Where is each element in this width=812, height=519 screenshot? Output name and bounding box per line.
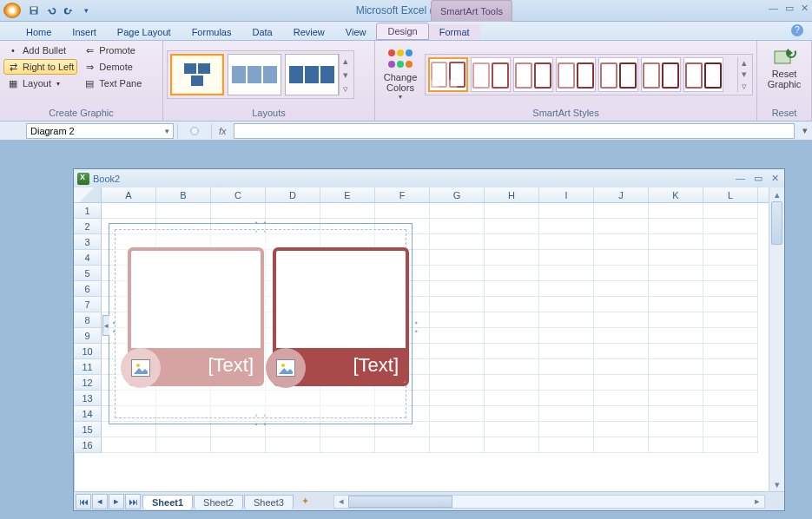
cell[interactable] xyxy=(485,234,539,250)
cell[interactable] xyxy=(485,422,539,437)
styles-scroll-up[interactable]: ▴ xyxy=(738,57,749,69)
new-sheet-button[interactable]: ✦ xyxy=(295,496,316,507)
wb-close[interactable]: ✕ xyxy=(771,173,779,184)
cell[interactable] xyxy=(703,219,758,234)
add-bullet-button[interactable]: •Add Bullet xyxy=(3,43,77,58)
cell[interactable] xyxy=(539,328,594,344)
tab-data[interactable]: Data xyxy=(241,24,282,40)
vertical-scrollbar[interactable]: ▴ ▾ xyxy=(769,187,784,491)
smartart-shape-2-image-placeholder[interactable] xyxy=(266,348,306,388)
row-header[interactable]: 8 xyxy=(74,312,102,328)
row-header[interactable]: 16 xyxy=(74,437,102,453)
cell[interactable] xyxy=(485,203,539,219)
cell[interactable] xyxy=(102,203,156,219)
sheet-nav-prev[interactable]: ◂ xyxy=(92,494,108,509)
row-header[interactable]: 11 xyxy=(74,359,102,375)
tab-review[interactable]: Review xyxy=(283,24,335,40)
cell[interactable] xyxy=(594,281,649,297)
hscroll-left[interactable]: ◂ xyxy=(334,496,348,508)
column-header[interactable]: C xyxy=(211,187,266,202)
row-header[interactable]: 15 xyxy=(74,422,102,437)
formula-input[interactable] xyxy=(234,123,795,139)
window-minimize[interactable]: — xyxy=(769,3,778,14)
row-header[interactable]: 1 xyxy=(74,203,102,219)
column-header[interactable]: E xyxy=(320,187,375,202)
cell[interactable] xyxy=(430,328,485,344)
cell[interactable] xyxy=(539,234,594,250)
cell[interactable] xyxy=(430,219,485,234)
hscroll-thumb[interactable] xyxy=(348,496,452,508)
qat-save[interactable] xyxy=(26,3,42,18)
cell[interactable] xyxy=(430,281,485,297)
text-pane-button[interactable]: ▤Text Pane xyxy=(80,76,145,91)
layouts-more[interactable]: ▿ xyxy=(340,82,351,95)
reset-graphic-button[interactable]: Reset Graphic xyxy=(762,43,806,93)
cell[interactable] xyxy=(485,391,539,406)
workbook-titlebar[interactable]: Book2 — ▭ ✕ xyxy=(74,169,784,187)
column-header[interactable]: K xyxy=(649,187,703,202)
cell[interactable] xyxy=(485,312,539,328)
cell[interactable] xyxy=(649,312,703,328)
cell[interactable] xyxy=(649,281,703,297)
name-box[interactable]: Diagram 2 ▾ xyxy=(26,123,174,139)
cell[interactable] xyxy=(594,250,649,266)
cell[interactable] xyxy=(703,375,758,391)
cell[interactable] xyxy=(649,234,703,250)
cell[interactable] xyxy=(594,375,649,391)
select-all-corner[interactable] xyxy=(74,187,102,202)
layout-thumb-3[interactable] xyxy=(285,54,339,95)
fx-split-handle[interactable] xyxy=(190,127,199,135)
cell[interactable] xyxy=(485,266,539,281)
smartart-object[interactable]: • • • • • • • • • • • • • • • • ◂ [Text]… xyxy=(109,223,413,424)
cell[interactable] xyxy=(539,359,594,375)
row-header[interactable]: 5 xyxy=(74,266,102,281)
smartart-text-pane-toggle[interactable]: ◂ xyxy=(102,315,109,336)
row-header[interactable]: 6 xyxy=(74,281,102,297)
cell[interactable] xyxy=(430,437,485,453)
row-header[interactable]: 7 xyxy=(74,297,102,312)
cell[interactable] xyxy=(649,391,703,406)
cell[interactable] xyxy=(430,250,485,266)
cell[interactable] xyxy=(102,437,156,453)
cell[interactable] xyxy=(539,219,594,234)
cell[interactable] xyxy=(485,219,539,234)
resize-grip[interactable] xyxy=(769,494,784,509)
cell[interactable] xyxy=(211,437,266,453)
smartart-shape-2[interactable]: [Text] xyxy=(273,247,409,386)
worksheet-grid[interactable]: ABCDEFGHIJKL 12345678910111213141516 • •… xyxy=(74,187,769,491)
cell[interactable] xyxy=(211,203,266,219)
tab-view[interactable]: View xyxy=(335,24,377,40)
column-header[interactable]: F xyxy=(375,187,430,202)
style-thumb-7[interactable] xyxy=(683,57,723,92)
cell[interactable] xyxy=(485,281,539,297)
cell[interactable] xyxy=(539,406,594,422)
tab-formulas[interactable]: Formulas xyxy=(182,24,242,40)
cell[interactable] xyxy=(266,203,320,219)
cell[interactable] xyxy=(594,328,649,344)
cell[interactable] xyxy=(649,437,703,453)
cell[interactable] xyxy=(649,359,703,375)
window-restore[interactable]: ▭ xyxy=(785,3,794,14)
column-header[interactable]: G xyxy=(430,187,485,202)
promote-button[interactable]: ⇐Promote xyxy=(80,43,145,58)
cell[interactable] xyxy=(485,328,539,344)
cell[interactable] xyxy=(649,328,703,344)
sheet-tab[interactable]: Sheet3 xyxy=(244,495,294,509)
smartart-shape-2-text[interactable]: [Text] xyxy=(353,354,399,377)
cell[interactable] xyxy=(649,422,703,437)
cell[interactable] xyxy=(703,406,758,422)
style-thumb-2[interactable] xyxy=(471,57,511,92)
cell[interactable] xyxy=(375,203,430,219)
cell[interactable] xyxy=(703,328,758,344)
cell[interactable] xyxy=(485,406,539,422)
cell[interactable] xyxy=(649,203,703,219)
wb-maximize[interactable]: ▭ xyxy=(754,173,762,184)
cell[interactable] xyxy=(703,344,758,359)
cell[interactable] xyxy=(703,250,758,266)
window-close[interactable]: ✕ xyxy=(801,3,809,14)
cell[interactable] xyxy=(594,297,649,312)
cell[interactable] xyxy=(649,297,703,312)
cell[interactable] xyxy=(430,312,485,328)
sheet-nav-first[interactable]: ⏮ xyxy=(76,494,91,509)
cell[interactable] xyxy=(594,359,649,375)
